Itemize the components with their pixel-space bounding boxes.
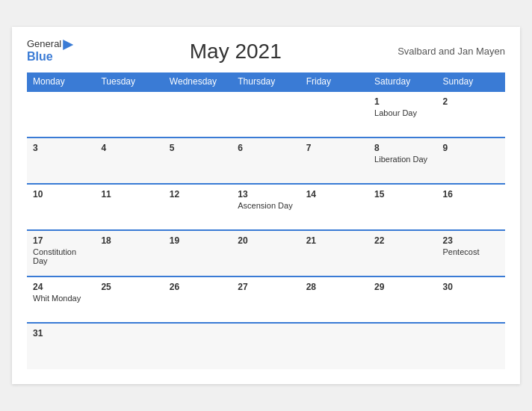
table-row: 3 [27,137,95,184]
table-row: 20 [232,230,300,276]
table-row: 9 [437,137,505,184]
cell-date-number: 30 [443,282,499,292]
weekday-wednesday: Wednesday [164,72,232,91]
table-row: 13Ascension Day [232,184,300,230]
cell-date-number: 19 [170,235,226,246]
table-row [232,323,300,369]
table-row: 7 [300,137,368,184]
table-row [164,323,232,369]
weekday-saturday: Saturday [368,72,436,91]
cell-date-number: 12 [170,189,226,200]
table-row: 4 [95,137,163,184]
table-row [164,91,232,137]
cell-date-number: 13 [238,189,294,200]
table-row: 10 [27,184,95,230]
table-row [95,91,163,137]
calendar-week-row: 10111213Ascension Day141516 [27,184,505,230]
cell-date-number: 23 [443,235,499,246]
table-row: 23Pentecost [437,230,505,276]
cell-holiday-label: Whit Monday [33,294,89,303]
weekday-monday: Monday [27,72,95,91]
table-row [368,323,436,369]
cell-date-number: 1 [374,96,430,107]
weekday-thursday: Thursday [232,72,300,91]
table-row: 8Liberation Day [368,137,436,184]
logo-general-text: General [27,39,73,50]
table-row: 17Constitution Day [27,230,95,276]
cell-date-number: 18 [101,235,157,246]
calendar-week-row: 31 [27,323,505,369]
table-row: 11 [95,184,163,230]
table-row: 24Whit Monday [27,276,95,323]
cell-date-number: 31 [33,328,89,339]
table-row: 29 [368,276,436,323]
cell-date-number: 29 [374,282,430,292]
cell-date-number: 28 [306,282,362,292]
table-row [232,91,300,137]
table-row: 27 [232,276,300,323]
table-row: 18 [95,230,163,276]
calendar-region: Svalbard and Jan Mayen [398,46,505,57]
logo: General Blue [27,39,73,63]
cell-holiday-label: Ascension Day [238,201,294,210]
calendar-week-row: 345678Liberation Day9 [27,137,505,184]
table-row [437,323,505,369]
cell-date-number: 2 [443,96,499,107]
table-row [300,323,368,369]
cell-date-number: 7 [306,143,362,153]
table-row: 26 [164,276,232,323]
table-row: 30 [437,276,505,323]
calendar-title: May 2021 [73,40,398,64]
table-row: 1Labour Day [368,91,436,137]
cell-date-number: 3 [33,143,89,153]
table-row: 25 [95,276,163,323]
table-row: 16 [437,184,505,230]
cell-date-number: 17 [33,235,89,246]
calendar-container: General Blue May 2021 Svalbard and Jan M… [12,27,520,383]
calendar-week-row: 1Labour Day2 [27,91,505,137]
cell-date-number: 11 [101,189,157,200]
cell-holiday-label: Liberation Day [374,155,430,164]
cell-date-number: 6 [238,143,294,153]
table-row: 28 [300,276,368,323]
table-row: 22 [368,230,436,276]
cell-date-number: 16 [443,189,499,200]
cell-date-number: 20 [238,235,294,246]
table-row: 2 [437,91,505,137]
cell-date-number: 9 [443,143,499,153]
table-row: 15 [368,184,436,230]
calendar-thead: Monday Tuesday Wednesday Thursday Friday… [27,72,505,91]
table-row [95,323,163,369]
cell-holiday-label: Labour Day [374,108,430,117]
weekday-sunday: Sunday [437,72,505,91]
weekday-tuesday: Tuesday [95,72,163,91]
calendar-week-row: 24Whit Monday252627282930 [27,276,505,323]
calendar-body: 1Labour Day2345678Liberation Day91011121… [27,91,505,369]
cell-date-number: 24 [33,282,89,292]
weekday-header-row: Monday Tuesday Wednesday Thursday Friday… [27,72,505,91]
cell-date-number: 27 [238,282,294,292]
cell-date-number: 25 [101,282,157,292]
table-row: 6 [232,137,300,184]
cell-date-number: 15 [374,189,430,200]
cell-holiday-label: Constitution Day [33,247,89,265]
table-row [300,91,368,137]
table-row [27,91,95,137]
table-row: 19 [164,230,232,276]
weekday-friday: Friday [300,72,368,91]
logo-flag-icon [63,40,73,50]
cell-holiday-label: Pentecost [443,247,499,256]
calendar-table: Monday Tuesday Wednesday Thursday Friday… [27,72,505,369]
calendar-header: General Blue May 2021 Svalbard and Jan M… [27,39,505,63]
table-row: 5 [164,137,232,184]
table-row: 21 [300,230,368,276]
cell-date-number: 21 [306,235,362,246]
table-row: 31 [27,323,95,369]
cell-date-number: 4 [101,143,157,153]
cell-date-number: 14 [306,189,362,200]
cell-date-number: 5 [170,143,226,153]
cell-date-number: 22 [374,235,430,246]
cell-date-number: 26 [170,282,226,292]
logo-blue-text: Blue [27,50,73,64]
table-row: 12 [164,184,232,230]
